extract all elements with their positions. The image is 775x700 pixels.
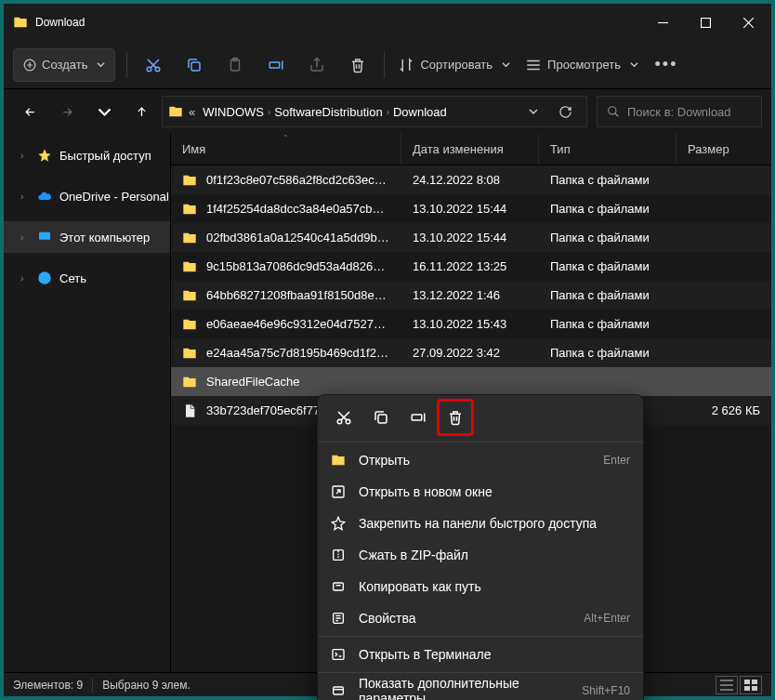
minimize-button[interactable] — [641, 4, 684, 41]
file-name: e24aa45a75c7d8195b469cd1f201c94c — [206, 346, 390, 360]
pin-icon — [331, 516, 346, 531]
title-bar: Download — [4, 4, 771, 41]
file-type: Папка с файлами — [539, 252, 676, 281]
file-row[interactable]: 64bb68271208fbaa91f8150d8e1b6b3a13.12.20… — [171, 281, 771, 310]
sidebar-item-quick-access[interactable]: › Быстрый доступ — [4, 139, 170, 171]
file-name: 0f1f23c8e07c586a2f8cd2c63ec59292 — [206, 173, 390, 187]
col-header-size[interactable]: Размер — [676, 134, 771, 165]
ctx-open-new-window[interactable]: Открыть в новом окне — [318, 476, 643, 508]
file-date: 27.09.2022 3:42 — [401, 338, 539, 367]
paste-button[interactable] — [217, 48, 254, 82]
sidebar-item-this-pc[interactable]: › Этот компьютер — [4, 221, 170, 253]
svg-rect-4 — [191, 62, 200, 71]
file-row[interactable]: 9c15b813a7086dc9d53a4d8261e57ab116.11.20… — [171, 252, 771, 281]
more-button[interactable]: ••• — [648, 48, 685, 82]
svg-point-8 — [609, 107, 616, 114]
monitor-icon — [37, 230, 52, 244]
file-type: Папка с файлами — [539, 165, 676, 194]
divider — [126, 52, 127, 78]
ctx-delete-button[interactable] — [437, 399, 474, 436]
ctx-cut-button[interactable] — [325, 399, 362, 436]
details-view-button[interactable] — [716, 676, 738, 694]
folder-icon — [182, 375, 197, 390]
close-button[interactable] — [727, 4, 769, 41]
sidebar-item-onedrive[interactable]: › OneDrive - Personal — [4, 180, 170, 212]
ctx-properties[interactable]: Свойства Alt+Enter — [318, 602, 643, 634]
svg-rect-24 — [334, 687, 344, 694]
address-bar[interactable]: « WINDOWS › SoftwareDistribution › Downl… — [162, 96, 587, 127]
expand-icon: › — [20, 232, 30, 243]
new-button[interactable]: Создать — [13, 48, 115, 82]
file-size — [676, 165, 771, 194]
sort-asc-icon: ˄ — [283, 134, 288, 143]
file-row[interactable]: 1f4f25254da8dcc3a84e0a57cb2deb2613.10.20… — [171, 194, 771, 223]
col-header-date[interactable]: Дата изменения — [401, 134, 539, 165]
status-selected: Выбрано 9 элем. — [102, 679, 190, 692]
view-button[interactable]: Просмотреть — [519, 48, 644, 82]
back-button[interactable] — [13, 95, 46, 128]
search-placeholder: Поиск в: Download — [627, 105, 731, 119]
file-row[interactable]: e24aa45a75c7d8195b469cd1f201c94c27.09.20… — [171, 338, 771, 367]
more-options-icon — [331, 683, 346, 698]
sidebar: › Быстрый доступ › OneDrive - Personal ›… — [4, 134, 171, 672]
crumb[interactable]: Download — [389, 105, 451, 119]
file-size — [676, 310, 771, 338]
ctx-copy-path[interactable]: Копировать как путь — [318, 571, 643, 602]
svg-rect-0 — [701, 18, 710, 27]
column-headers: ˄ Имя Дата изменения Тип Размер — [171, 134, 771, 165]
folder-icon — [168, 104, 183, 119]
divider — [384, 52, 385, 78]
terminal-icon — [331, 647, 346, 662]
sort-button-label: Сортировать — [420, 58, 493, 72]
forward-button[interactable] — [50, 95, 84, 128]
ctx-open[interactable]: Открыть Enter — [318, 444, 643, 476]
svg-rect-12 — [752, 680, 757, 684]
search-input[interactable]: Поиск в: Download — [597, 96, 762, 127]
share-button[interactable] — [298, 48, 335, 82]
ctx-pin-quick-access[interactable]: Закрепить на панели быстрого доступа — [318, 508, 643, 539]
refresh-button[interactable] — [549, 105, 581, 119]
address-dropdown[interactable] — [518, 105, 549, 119]
crumb-overflow[interactable]: « — [185, 105, 199, 119]
divider — [318, 636, 643, 637]
svg-rect-21 — [334, 583, 344, 590]
svg-rect-13 — [744, 686, 750, 691]
file-size — [676, 338, 771, 367]
crumb[interactable]: WINDOWS — [199, 105, 268, 119]
network-icon — [37, 271, 52, 285]
copy-button[interactable] — [176, 48, 213, 82]
file-row[interactable]: 02fbd3861a0a12540c41a5dd9becb06d13.10.20… — [171, 223, 771, 252]
icons-view-button[interactable] — [740, 676, 762, 694]
col-header-name[interactable]: ˄ Имя — [171, 134, 401, 165]
file-date: 13.10.2022 15:44 — [401, 223, 539, 252]
rename-button[interactable] — [257, 48, 295, 82]
up-button[interactable] — [125, 95, 158, 128]
divider — [318, 672, 643, 673]
crumb[interactable]: SoftwareDistribution — [270, 105, 386, 119]
file-row[interactable]: e06aeae46e96c9312e04d752761f53bd13.10.20… — [171, 310, 771, 338]
folder-icon — [182, 288, 197, 303]
recent-button[interactable] — [87, 95, 121, 128]
view-button-label: Просмотреть — [547, 58, 621, 72]
col-header-type[interactable]: Тип — [539, 134, 676, 165]
cloud-icon — [37, 189, 52, 204]
sort-button[interactable]: Сортировать — [392, 48, 516, 82]
ctx-zip[interactable]: Сжать в ZIP-файл — [318, 539, 643, 571]
cut-button[interactable] — [135, 48, 172, 82]
file-type: Папка с файлами — [539, 194, 676, 223]
context-menu: Открыть Enter Открыть в новом окне Закре… — [317, 394, 644, 700]
ctx-open-terminal[interactable]: Открыть в Терминале — [318, 639, 643, 670]
file-size — [676, 281, 771, 310]
maximize-button[interactable] — [684, 4, 727, 41]
file-row[interactable]: 0f1f23c8e07c586a2f8cd2c63ec5929224.12.20… — [171, 165, 771, 194]
file-row[interactable]: SharedFileCache — [171, 367, 771, 396]
file-type — [539, 367, 676, 396]
sidebar-item-network[interactable]: › Сеть — [4, 262, 170, 294]
ctx-rename-button[interactable] — [400, 399, 437, 436]
delete-button[interactable] — [339, 48, 376, 82]
divider — [92, 678, 93, 693]
ctx-copy-button[interactable] — [362, 399, 400, 436]
svg-point-16 — [346, 419, 350, 424]
divider — [318, 442, 643, 442]
ctx-show-more[interactable]: Показать дополнительные параметры Shift+… — [318, 675, 643, 700]
